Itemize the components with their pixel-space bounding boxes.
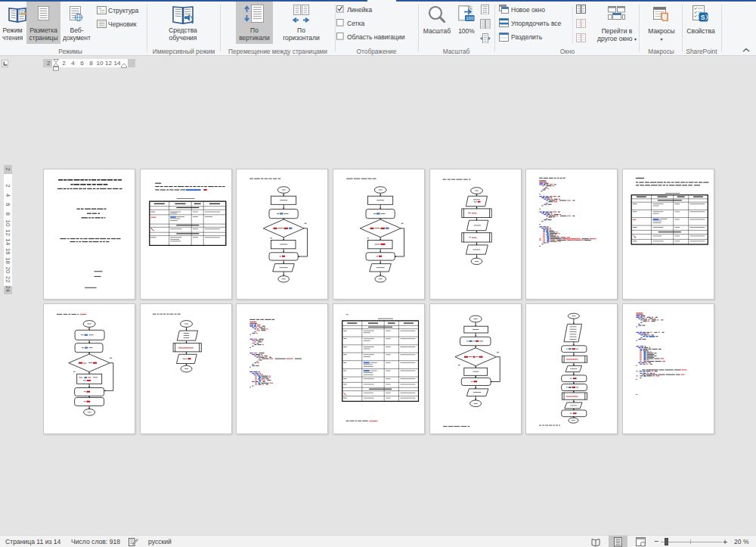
svg-text:24: 24 (5, 285, 11, 292)
svg-text:4: 4 (71, 60, 75, 67)
svg-text:22: 22 (5, 276, 11, 283)
svg-text:14: 14 (5, 238, 11, 245)
svg-text:10: 10 (96, 60, 103, 67)
svg-text:8: 8 (89, 60, 93, 67)
svg-text:100: 100 (466, 16, 474, 20)
svg-text:2: 2 (5, 167, 11, 171)
svg-text:8: 8 (5, 212, 11, 216)
svg-text:12: 12 (105, 60, 112, 67)
svg-text:S: S (701, 14, 705, 21)
svg-text:20: 20 (5, 266, 11, 273)
svg-text:6: 6 (80, 60, 84, 67)
svg-text:2: 2 (5, 184, 11, 188)
svg-text:14: 14 (113, 60, 120, 67)
svg-text:10: 10 (5, 220, 11, 227)
svg-text:2: 2 (62, 60, 66, 67)
svg-text:6: 6 (5, 203, 11, 207)
svg-text:2: 2 (47, 60, 51, 67)
svg-text:18: 18 (5, 257, 11, 264)
svg-text:16: 16 (5, 248, 11, 255)
svg-text:4: 4 (5, 194, 11, 197)
svg-text:12: 12 (5, 229, 11, 236)
